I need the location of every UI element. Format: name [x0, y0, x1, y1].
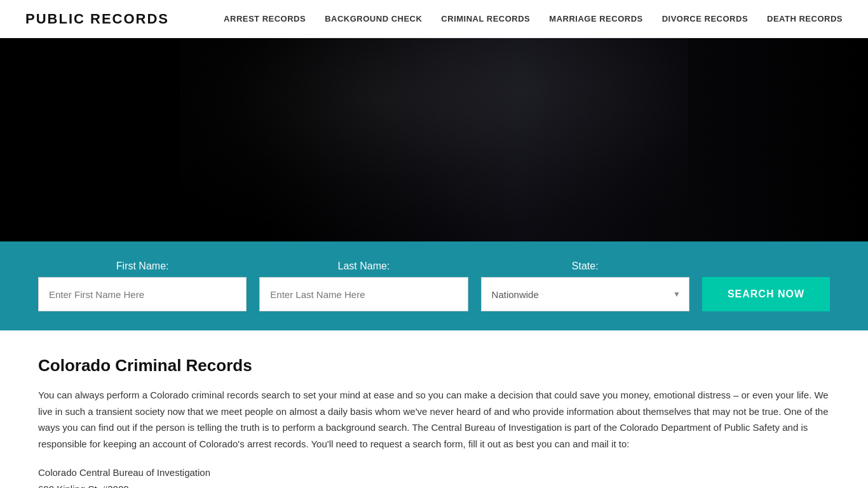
address-line-2: 690 Kipling St. #3000 [38, 484, 129, 489]
site-header: PUBLIC RECORDS ARREST RECORDS BACKGROUND… [0, 0, 868, 38]
search-section: First Name: Last Name: State: Nationwide… [0, 241, 868, 330]
main-content: Colorado Criminal Records You can always… [0, 330, 868, 488]
nav-arrest-records[interactable]: ARREST RECORDS [224, 14, 306, 24]
last-name-input[interactable] [259, 277, 468, 311]
nav-divorce-records[interactable]: DIVORCE RECORDS [662, 14, 748, 24]
state-field: State: Nationwide Alabama Alaska Arizona… [481, 261, 689, 311]
main-nav: ARREST RECORDS BACKGROUND CHECK CRIMINAL… [224, 14, 843, 24]
address-line-1: Colorado Central Bureau of Investigation [38, 467, 210, 478]
hero-overlay [0, 38, 868, 241]
state-select[interactable]: Nationwide Alabama Alaska Arizona Arkans… [481, 277, 689, 311]
content-paragraph-1: You can always perform a Colorado crimin… [38, 387, 830, 452]
last-name-label: Last Name: [259, 261, 468, 272]
content-address: Colorado Central Bureau of Investigation… [38, 464, 830, 488]
nav-death-records[interactable]: DEATH RECORDS [767, 14, 843, 24]
nav-criminal-records[interactable]: CRIMINAL RECORDS [441, 14, 530, 24]
first-name-field: First Name: [38, 261, 247, 311]
first-name-input[interactable] [38, 277, 247, 311]
search-now-button[interactable]: SEARCH NOW [702, 277, 830, 311]
nav-marriage-records[interactable]: MARRIAGE RECORDS [549, 14, 642, 24]
content-heading: Colorado Criminal Records [38, 356, 830, 376]
last-name-field: Last Name: [259, 261, 468, 311]
state-select-wrapper: Nationwide Alabama Alaska Arizona Arkans… [481, 277, 689, 311]
first-name-label: First Name: [38, 261, 247, 272]
site-logo[interactable]: PUBLIC RECORDS [25, 11, 169, 27]
hero-banner [0, 38, 868, 241]
nav-background-check[interactable]: BACKGROUND CHECK [325, 14, 422, 24]
state-label: State: [481, 261, 689, 272]
